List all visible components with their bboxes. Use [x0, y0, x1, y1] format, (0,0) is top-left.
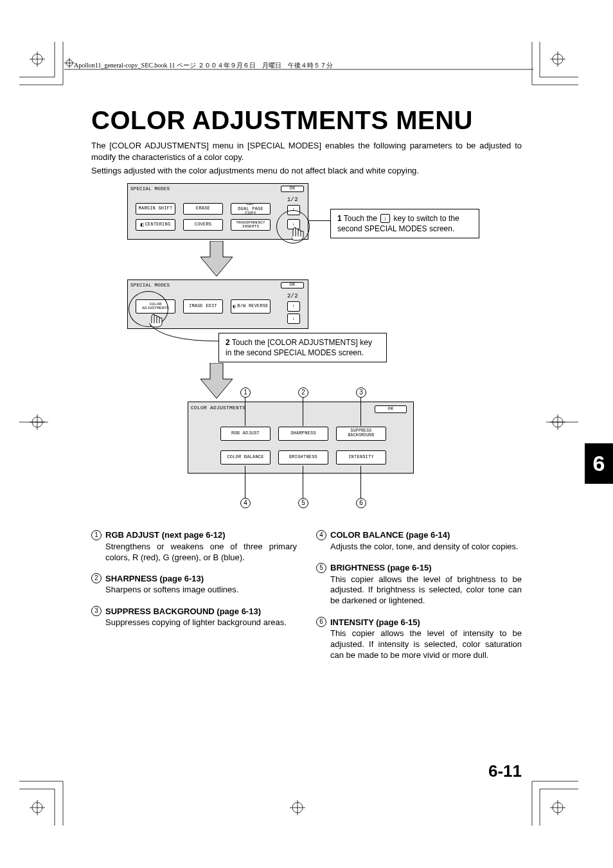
panel1-dual-page: ▭▭DUAL PAGE COPY [231, 203, 271, 215]
page-number: 6-11 [488, 761, 522, 781]
panel3-suppress-bg: SUPPRESS BACKGROUND [336, 427, 386, 441]
panel1-covers: COVERS [183, 219, 223, 231]
svg-point-13 [32, 417, 42, 427]
leader-line-2 [149, 323, 226, 342]
definitions-right-column: 4 COLOR BALANCE (page 6-14) Adjusts the … [316, 530, 522, 671]
svg-point-10 [553, 802, 563, 813]
flow-arrow-2 [200, 363, 233, 398]
bw-icon: ◐ [233, 304, 236, 309]
marker-4: 4 [240, 498, 251, 508]
panel3-sharpness: SHARPNESS [278, 427, 328, 441]
flow-diagram: SPECIAL MODES OK 1/2 ↑ ↓ MARGIN SHIFT ER… [91, 183, 522, 517]
definitions-left-column: 1 RGB ADJUST (next page 6-12) Strengthen… [91, 530, 297, 671]
chapter-thumb-tab: 6 [585, 443, 613, 484]
callout2-text: Touch the [COLOR ADJUSTMENTS] key in the… [226, 338, 372, 357]
svg-point-3 [553, 54, 563, 64]
marker-5: 5 [298, 498, 308, 508]
panel1-page-indicator: 1/2 [287, 197, 298, 203]
panel3-ok-button: OK [375, 405, 407, 413]
panel1-margin-shift: MARGIN SHIFT [136, 203, 175, 215]
down-key-icon: ↓ [380, 214, 390, 223]
def-rgb-adjust: 1 RGB ADJUST (next page 6-12) Strengthen… [91, 530, 297, 563]
panel-color-adjustments: COLOR ADJUSTMENTS OK RGB ADJUST SHARPNES… [188, 402, 414, 474]
panel2-title: SPECIAL MODES [130, 283, 170, 288]
panel3-brightness: BRIGHTNESS [278, 450, 328, 465]
def-suppress-background: 3 SUPPRESS BACKGROUND (page 6-13) Suppre… [91, 606, 297, 628]
marker-1: 1 [240, 387, 251, 398]
svg-point-41 [66, 60, 73, 66]
panel1-title: SPECIAL MODES [130, 186, 170, 191]
leader-line-1 [308, 220, 333, 221]
panel1-centering: ◧CENTERING [136, 219, 175, 231]
centering-icon: ◧ [141, 222, 144, 227]
def-color-balance: 4 COLOR BALANCE (page 6-14) Adjusts the … [316, 530, 522, 553]
page-title: COLOR ADJUSTMENTS MENU [91, 106, 522, 135]
panel3-rgb-adjust: RGB ADJUST [220, 427, 271, 441]
header-filename: Apollon11_general-copy_SEC.book 11 ページ ２… [74, 61, 333, 70]
svg-point-0 [32, 54, 42, 64]
panel1-transparency: TRANSPARENCY INSERTS [231, 219, 271, 231]
callout-step-2: 2 Touch the [COLOR ADJUSTMENTS] key in t… [218, 333, 387, 362]
hand-pointer-icon [289, 224, 307, 242]
panel1-ok-button: OK [281, 186, 304, 192]
def-intensity: 6 INTENSITY (page 6-15) This copier allo… [316, 617, 522, 661]
def-brightness: 5 BRIGHTNESS (page 6-15) This copier all… [316, 563, 522, 607]
panel3-intensity: INTENSITY [336, 450, 386, 465]
marker-2: 2 [298, 387, 308, 398]
marker-3: 3 [356, 387, 366, 398]
panel3-title: COLOR ADJUSTMENTS [191, 405, 245, 411]
svg-point-19 [292, 802, 303, 813]
panel2-down-button: ↓ [287, 314, 300, 324]
marker-6: 6 [356, 498, 366, 508]
flow-arrow-1 [200, 241, 233, 276]
panel2-image-edit: IMAGE EDIT [183, 299, 223, 314]
panel3-color-balance: COLOR BALANCE [220, 450, 271, 465]
page-content: COLOR ADJUSTMENTS MENU The [COLOR ADJUST… [91, 106, 522, 671]
panel2-up-button: ↑ [287, 301, 300, 312]
intro-paragraph-1: The [COLOR ADJUSTMENTS] menu in [SPECIAL… [91, 140, 522, 163]
panel1-erase: ERASE [183, 203, 223, 215]
callout1-number: 1 [337, 214, 342, 223]
panel2-bw-reverse: ◐B/W REVERSE [231, 299, 271, 314]
callout1-text-before: Touch the [344, 214, 377, 223]
callout2-number: 2 [226, 338, 230, 347]
svg-point-16 [553, 417, 563, 427]
panel2-page-indicator: 2/2 [287, 293, 298, 299]
svg-point-6 [32, 802, 42, 813]
def-sharpness: 2 SHARPNESS (page 6-13) Sharpens or soft… [91, 573, 297, 596]
intro-paragraph-2: Settings adjusted with the color adjustm… [91, 165, 522, 177]
definitions: 1 RGB ADJUST (next page 6-12) Strengthen… [91, 530, 522, 671]
panel2-ok-button: OK [281, 282, 304, 288]
callout-step-1: 1 Touch the ↓ key to switch to the secon… [330, 209, 479, 238]
